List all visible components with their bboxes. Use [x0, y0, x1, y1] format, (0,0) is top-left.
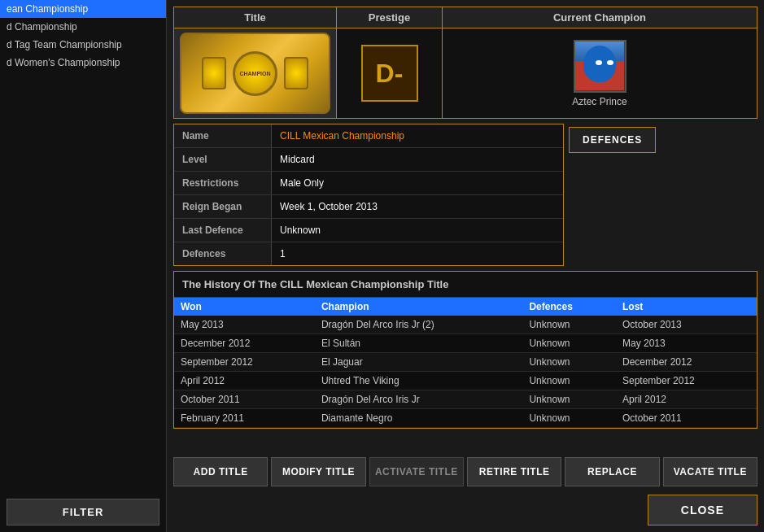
cell-won: February 2011: [174, 409, 315, 428]
mask-eye-left: [596, 60, 602, 65]
mask-eyes: [596, 60, 613, 65]
title-column-header: Title: [174, 7, 337, 28]
champion-avatar: [574, 40, 626, 93]
defences-value: 1: [272, 242, 563, 265]
cell-lost: October 2011: [616, 409, 757, 428]
belt-center-plate: CHAMPION: [233, 51, 277, 96]
history-table: Won Champion Defences Lost May 2013Dragó…: [174, 298, 757, 428]
cell-champion: Dragón Del Arco Iris Jr (2): [315, 316, 522, 334]
history-table-row: December 2012El SultánUnknownMay 2013: [174, 334, 757, 353]
champion-column-header: Current Champion: [443, 7, 757, 28]
level-value: Midcard: [272, 148, 563, 171]
level-label: Level: [174, 148, 272, 171]
sidebar-item-label: d Championship: [7, 21, 77, 33]
cell-defences: Unknown: [522, 409, 616, 428]
cell-defences: Unknown: [522, 353, 616, 372]
cell-lost: September 2012: [616, 372, 757, 390]
champion-avatar-inner: [575, 41, 624, 90]
main-content: Title Prestige Current Champion CHAMPION…: [173, 7, 757, 525]
filter-button[interactable]: FILTER: [7, 499, 159, 525]
col-won: Won: [174, 298, 315, 316]
history-title: The History Of The CILL Mexican Champion…: [174, 272, 757, 298]
cell-champion: El Sultán: [315, 334, 522, 353]
title-overview-panel: Title Prestige Current Champion CHAMPION…: [173, 7, 757, 119]
defences-btn-container: DEFENCES: [569, 124, 656, 153]
vacate-title-button[interactable]: VACATE TITLE: [663, 457, 757, 486]
sidebar-item-womens[interactable]: d Women's Championship: [0, 54, 166, 72]
cell-defences: Unknown: [522, 372, 616, 390]
sidebar-item-label: d Women's Championship: [7, 57, 120, 68]
name-row: Name CILL Mexican Championship: [174, 124, 563, 148]
history-table-row: October 2011Dragón Del Arco Iris JrUnkno…: [174, 390, 757, 409]
add-title-button[interactable]: ADD TITLE: [173, 457, 268, 486]
sidebar-item-tag[interactable]: d Tag Team Championship: [0, 36, 166, 54]
history-table-header-row: Won Champion Defences Lost: [174, 298, 757, 316]
cell-won: September 2012: [174, 353, 315, 372]
cell-lost: October 2013: [616, 316, 757, 334]
last-defence-label: Last Defence: [174, 219, 272, 242]
history-panel: The History Of The CILL Mexican Champion…: [173, 271, 757, 429]
cell-defences: Unknown: [522, 390, 616, 409]
reign-row: Reign Began Week 1, October 2013: [174, 195, 563, 219]
history-table-body: May 2013Dragón Del Arco Iris Jr (2)Unkno…: [174, 316, 757, 428]
col-lost: Lost: [616, 298, 757, 316]
name-label: Name: [174, 124, 272, 147]
champion-cell: Aztec Prince: [443, 28, 757, 118]
cell-defences: Unknown: [522, 334, 616, 353]
sidebar-item-d-champ[interactable]: d Championship: [0, 18, 166, 36]
history-table-row: February 2011Diamante NegroUnknownOctobe…: [174, 409, 757, 428]
prestige-column-header: Prestige: [337, 7, 443, 28]
history-table-row: April 2012Uhtred The VikingUnknownSeptem…: [174, 372, 757, 390]
main-panel: Title Prestige Current Champion CHAMPION…: [167, 0, 764, 532]
col-champion: Champion: [315, 298, 522, 316]
restrictions-label: Restrictions: [174, 172, 272, 194]
activate-title-button[interactable]: ACTIVATE TITLE: [369, 457, 464, 486]
cell-lost: May 2013: [616, 334, 757, 353]
belt-plate-right: [284, 57, 308, 89]
cell-won: October 2011: [174, 390, 315, 409]
defences-row: Defences 1: [174, 242, 563, 265]
cell-defences: Unknown: [522, 316, 616, 334]
belt-plate-left: [202, 57, 226, 89]
cell-won: December 2012: [174, 334, 315, 353]
level-row: Level Midcard: [174, 148, 563, 172]
history-table-row: May 2013Dragón Del Arco Iris Jr (2)Unkno…: [174, 316, 757, 334]
middle-section: Name CILL Mexican Championship Level Mid…: [173, 124, 757, 266]
mask-eye-right: [607, 60, 613, 65]
restrictions-value: Male Only: [272, 172, 563, 194]
sidebar-item-label: d Tag Team Championship: [7, 39, 122, 50]
mask-face: [583, 46, 616, 82]
close-button[interactable]: CLOSE: [648, 495, 757, 525]
cell-champion: Dragón Del Arco Iris Jr: [315, 390, 522, 409]
modify-title-button[interactable]: MODIFY TITLE: [271, 457, 365, 486]
name-value: CILL Mexican Championship: [272, 124, 563, 147]
sidebar-item-label: ean Championship: [7, 3, 88, 15]
reign-label: Reign Began: [174, 195, 272, 218]
restrictions-row: Restrictions Male Only: [174, 172, 563, 195]
replace-button[interactable]: REPLACE: [565, 457, 659, 486]
action-bar: ADD TITLE MODIFY TITLE ACTIVATE TITLE RE…: [173, 454, 757, 486]
history-table-row: September 2012El JaguarUnknownDecember 2…: [174, 353, 757, 372]
retire-title-button[interactable]: RETIRE TITLE: [467, 457, 561, 486]
last-defence-row: Last Defence Unknown: [174, 219, 563, 242]
belt-image-cell: CHAMPION: [174, 28, 337, 118]
belt-image: CHAMPION: [180, 33, 330, 114]
champion-name: Aztec Prince: [572, 96, 626, 107]
sidebar-item-mexican[interactable]: ean Championship: [0, 0, 166, 18]
cell-champion: Uhtred The Viking: [315, 372, 522, 390]
cell-won: May 2013: [174, 316, 315, 334]
defences-button[interactable]: DEFENCES: [569, 127, 656, 153]
footer-bar: CLOSE: [173, 491, 757, 525]
last-defence-value: Unknown: [272, 219, 563, 242]
cell-lost: December 2012: [616, 353, 757, 372]
top-header: Title Prestige Current Champion: [174, 7, 757, 28]
info-panel: Name CILL Mexican Championship Level Mid…: [173, 124, 564, 266]
cell-champion: El Jaguar: [315, 353, 522, 372]
cell-champion: Diamante Negro: [315, 409, 522, 428]
prestige-value: D-: [361, 45, 418, 102]
col-defences: Defences: [522, 298, 616, 316]
cell-won: April 2012: [174, 372, 315, 390]
top-body: CHAMPION D-: [174, 28, 757, 118]
prestige-cell: D-: [337, 28, 443, 118]
cell-lost: April 2012: [616, 390, 757, 409]
